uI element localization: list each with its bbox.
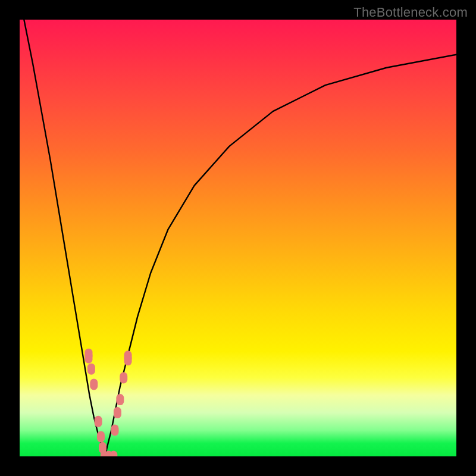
data-marker xyxy=(120,372,127,383)
data-marker xyxy=(124,354,132,365)
data-marker xyxy=(111,424,119,436)
curve-left-branch xyxy=(24,20,105,456)
data-marker xyxy=(87,364,95,375)
chart-frame: TheBottleneck.com xyxy=(0,0,476,476)
data-marker xyxy=(116,394,124,405)
chart-overlay xyxy=(20,20,456,456)
data-marker xyxy=(95,416,102,427)
plot-area xyxy=(20,20,456,456)
curve-layer xyxy=(24,20,456,456)
data-marker xyxy=(84,352,92,364)
data-marker xyxy=(90,378,98,390)
watermark-text: TheBottleneck.com xyxy=(353,5,468,20)
data-marker xyxy=(97,431,105,442)
curve-right-branch xyxy=(105,55,456,456)
data-marker xyxy=(114,407,121,418)
